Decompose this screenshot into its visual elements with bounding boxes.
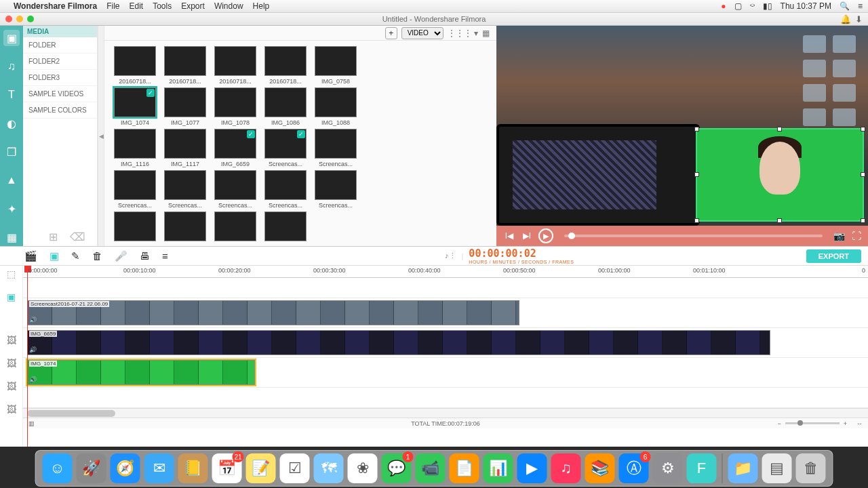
view-mode-icon[interactable]: ▥ [28,420,35,427]
media-thumbnail[interactable]: IMG_1117 [164,129,206,167]
folder-item[interactable]: FOLDER2 [23,54,97,70]
resize-handle[interactable] [861,218,865,223]
delete-folder-icon[interactable]: ⌫ [70,230,85,243]
dock-downloads-icon[interactable]: 📁 [728,453,758,483]
dock-filmora-icon[interactable]: F [687,453,717,483]
media-thumbnail[interactable]: IMG_1086 [264,87,307,126]
menu-file[interactable]: File [106,1,119,11]
menu-edit[interactable]: Edit [129,1,143,11]
track-pip-3[interactable] [23,388,868,408]
media-thumbnail[interactable] [164,211,206,243]
resize-handle[interactable] [694,127,699,131]
zoom-out-button[interactable]: − [777,420,781,427]
dock-pages-icon[interactable]: 📄 [450,453,479,483]
wifi-icon[interactable]: ⌔ [750,1,755,11]
zoom-fit-button[interactable]: ↔ [856,420,863,427]
media-thumbnail[interactable]: Screencas... [164,170,206,209]
tool-delete-icon[interactable]: 🗑 [92,250,102,262]
dock-appstore-icon[interactable]: Ⓐ6 [619,453,649,483]
notifications-icon[interactable]: 🔔 [840,14,851,24]
track-pip-1[interactable]: IMG_6659 🔊 [23,328,868,358]
resize-handle[interactable] [694,172,699,177]
track-pip2-icon[interactable]: 🖼 [7,358,16,369]
resize-handle[interactable] [777,218,782,223]
export-button[interactable]: EXPORT [806,249,861,263]
playback-progress[interactable] [564,235,823,237]
resize-handle[interactable] [861,127,865,131]
track-video-icon[interactable]: ▣ [7,291,16,302]
dock-ibooks-icon[interactable]: 📚 [585,453,615,483]
folder-item[interactable]: FOLDER3 [23,70,97,86]
media-thumbnail[interactable] [214,211,256,243]
media-thumbnail[interactable]: 20160718... [164,46,206,85]
collapse-handle-icon[interactable]: ◀ [98,26,104,246]
media-thumbnail[interactable]: ✓IMG_1074 [114,87,156,126]
rail-elements-icon[interactable]: ▲ [3,172,20,188]
rail-transitions-icon[interactable]: ✦ [3,201,20,217]
track-pip3-icon[interactable]: 🖼 [7,381,16,392]
media-thumbnail[interactable] [114,211,156,243]
window-zoom-button[interactable] [27,16,34,22]
media-thumbnail[interactable]: Screencas... [264,170,307,209]
menu-export[interactable]: Export [181,1,205,11]
notification-center-icon[interactable]: ≡ [858,1,863,11]
rail-filters-icon[interactable]: ◐ [3,115,20,131]
dock-contacts-icon[interactable]: 📒 [178,453,208,483]
view-grid-icon[interactable]: ▦ [482,28,490,38]
dock-calendar-icon[interactable]: 📅21 [212,453,242,483]
fullscreen-button[interactable]: ⛶ [852,230,861,241]
track-video-1[interactable]: Screencast2016-07-21 22.06.09 🔊 [23,298,868,328]
prev-frame-button[interactable]: I◀ [503,231,515,241]
dock-reminders-icon[interactable]: ☑ [280,453,310,483]
zoom-in-button[interactable]: + [844,420,847,427]
track-lock-icon[interactable]: ⬚ [7,268,16,279]
sort-icon[interactable]: ⋮⋮⋮ ▾ [448,28,478,38]
track-pip4-icon[interactable]: 🖼 [7,404,16,415]
dock-safari-icon[interactable]: 🧭 [111,453,140,483]
folder-item[interactable]: SAMPLE VIDEOS [23,86,97,102]
rail-text-icon[interactable]: T [3,87,20,103]
media-thumbnail[interactable]: ✓Screencas... [264,129,307,167]
preview-canvas[interactable] [496,26,868,226]
download-icon[interactable]: ⬇ [855,14,863,24]
zoom-slider[interactable] [785,422,840,424]
snapshot-button[interactable]: 📷 [833,230,845,241]
clock-text[interactable]: Thu 10:37 PM [781,1,831,11]
track-pip1-icon[interactable]: 🖼 [7,335,16,346]
timeline-scrollbar[interactable] [23,408,868,418]
media-thumbnail[interactable]: 20160718... [114,46,156,85]
track-pip-2[interactable]: IMG_1074 🔊 [23,358,868,388]
clip-img6659[interactable]: IMG_6659 🔊 [27,330,770,355]
resize-handle[interactable] [777,127,782,131]
media-thumbnail[interactable]: 20160718... [214,46,256,85]
app-menu[interactable]: Wondershare Filmora [14,1,97,11]
battery-icon[interactable]: ▮▯ [763,1,772,11]
tool-settings-icon[interactable]: ≡ [162,250,168,262]
airplay-icon[interactable]: ▢ [734,1,742,11]
menu-help[interactable]: Help [253,1,270,11]
spotlight-icon[interactable]: 🔍 [840,1,850,11]
media-thumbnail[interactable]: ✓IMG_6659 [214,129,256,167]
audio-mixer-icon[interactable]: ♪⋮ [445,251,456,260]
media-thumbnail[interactable]: IMG_1078 [214,87,256,126]
dock-trash-icon[interactable]: 🗑 [796,453,826,483]
resize-handle[interactable] [694,218,699,223]
next-frame-button[interactable]: ▶I [521,231,533,241]
folder-item[interactable]: SAMPLE COLORS [23,102,97,119]
rail-music-icon[interactable]: ♫ [3,58,20,75]
new-folder-icon[interactable]: ⊞ [49,230,58,243]
clip-screencast[interactable]: Screencast2016-07-21 22.06.09 🔊 [27,300,519,325]
dock-launchpad-icon[interactable]: 🚀 [77,453,106,483]
dock-doc-icon[interactable]: ▤ [762,453,792,483]
dock-maps-icon[interactable]: 🗺 [314,453,344,483]
dock-keynote-icon[interactable]: ▶ [517,453,547,483]
menu-window[interactable]: Window [214,1,243,11]
import-button[interactable]: + [385,27,397,39]
tool-edit-icon[interactable]: 🎬 [24,250,37,262]
media-thumbnail[interactable] [264,211,307,243]
tool-crop-icon[interactable]: ✎ [71,250,80,262]
media-thumbnail[interactable]: Screencas... [214,170,256,209]
media-thumbnail[interactable]: IMG_0758 [315,46,357,85]
media-thumbnail[interactable]: Screencas... [114,170,156,209]
dock-notes-icon[interactable]: 📝 [246,453,276,483]
